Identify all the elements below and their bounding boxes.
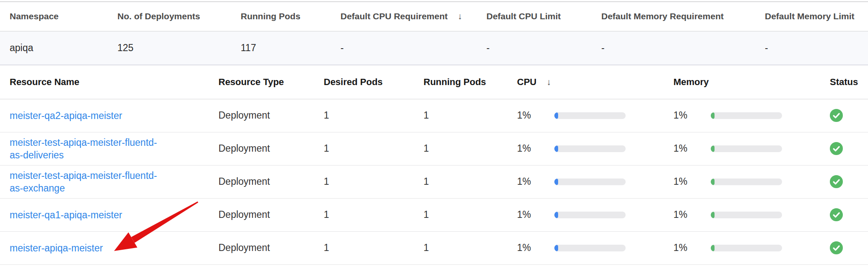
column-header-status[interactable]: Status (820, 65, 868, 99)
resource-type-cell: Deployment (209, 198, 314, 231)
resource-type-cell: Deployment (209, 132, 314, 165)
table-row: meister-test-apiqa-meister-fluentd-as-de… (0, 132, 868, 165)
column-header-default-cpu-limit[interactable]: Default CPU Limit (477, 2, 592, 31)
namespace-cpu-requirement-cell: - (331, 31, 477, 65)
desired-pods-cell: 1 (314, 165, 414, 198)
cpu-percent: 1% (517, 143, 554, 154)
column-header-default-memory-limit[interactable]: Default Memory Limit (755, 2, 868, 31)
desired-pods-cell: 1 (314, 99, 414, 132)
running-pods-cell: 1 (414, 231, 507, 264)
namespace-memory-limit-cell: - (755, 31, 868, 65)
sort-descending-icon[interactable]: ↓ (546, 77, 551, 87)
resource-link-target[interactable]: meister-apiqa-meister (10, 242, 103, 254)
cpu-percent: 1% (517, 209, 554, 220)
memory-percent: 1% (673, 176, 711, 187)
status-healthy-icon (830, 175, 843, 188)
status-healthy-icon (830, 241, 843, 254)
column-header-deployments-label: No. of Deployments (117, 11, 200, 21)
memory-percent: 1% (673, 143, 711, 154)
table-row: meister-apiqa-meister Deployment 1 1 1% … (0, 231, 868, 264)
resource-link[interactable]: meister-qa2-apiqa-meister (10, 109, 122, 122)
memory-usage-bar (711, 112, 782, 119)
resource-link[interactable]: meister-test-apiqa-meister-fluentd-as-ex… (10, 169, 164, 194)
column-header-resource-type[interactable]: Resource Type (209, 65, 314, 99)
namespace-memory-requirement-cell: - (592, 31, 755, 65)
namespace-summary-table: Namespace No. of Deployments Running Pod… (0, 1, 868, 65)
namespace-cpu-limit-cell: - (477, 31, 592, 65)
column-header-no-of-deployments[interactable]: No. of Deployments (108, 2, 231, 31)
running-pods-cell: 1 (414, 99, 507, 132)
cpu-usage-bar (554, 145, 626, 152)
column-header-desired-pods-label: Desired Pods (324, 77, 383, 87)
column-header-running-pods[interactable]: Running Pods (231, 2, 331, 31)
resource-type-cell: Deployment (209, 231, 314, 264)
desired-pods-cell: 1 (314, 132, 414, 165)
column-header-default-memory-requirement[interactable]: Default Memory Requirement (592, 2, 755, 31)
cpu-usage-bar (554, 245, 626, 251)
running-pods-cell: 1 (414, 198, 507, 231)
cpu-percent: 1% (517, 176, 554, 187)
namespace-running-pods-cell: 117 (231, 31, 331, 65)
table-row: meister-qa1-apiqa-meister Deployment 1 1… (0, 198, 868, 231)
column-header-running-pods-label: Running Pods (241, 11, 300, 21)
status-healthy-icon (830, 142, 843, 155)
column-header-resource-type-label: Resource Type (218, 77, 284, 87)
column-header-running-pods-2[interactable]: Running Pods (414, 65, 507, 99)
column-header-resource-name[interactable]: Resource Name (0, 65, 209, 99)
namespace-table-header-row: Namespace No. of Deployments Running Pod… (0, 2, 868, 31)
resources-table-header-row: Resource Name Resource Type Desired Pods… (0, 65, 868, 99)
column-header-memory-label: Memory (673, 77, 709, 87)
cpu-usage-bar (554, 112, 626, 119)
column-header-cpu[interactable]: CPU↓ (507, 65, 664, 99)
column-header-desired-pods[interactable]: Desired Pods (314, 65, 414, 99)
sort-descending-icon[interactable]: ↓ (458, 11, 463, 21)
namespace-deployments-cell: 125 (108, 31, 231, 65)
table-row: meister-test-apiqa-meister-fluentd-as-ex… (0, 165, 868, 198)
column-header-memory-limit-label: Default Memory Limit (765, 11, 855, 21)
namespace-name-cell: apiqa (0, 31, 108, 65)
column-header-cpu-limit-label: Default CPU Limit (486, 11, 561, 21)
column-header-cpu-requirement-label: Default CPU Requirement (340, 11, 448, 21)
cpu-percent: 1% (517, 242, 554, 253)
status-healthy-icon (830, 109, 843, 122)
memory-percent: 1% (673, 110, 711, 121)
memory-usage-bar (711, 212, 782, 218)
memory-usage-bar (711, 145, 782, 152)
running-pods-cell: 1 (414, 132, 507, 165)
column-header-cpu-label: CPU (517, 77, 536, 87)
cpu-usage-bar (554, 178, 626, 185)
running-pods-cell: 1 (414, 165, 507, 198)
column-header-resource-name-label: Resource Name (10, 77, 79, 87)
resource-type-cell: Deployment (209, 99, 314, 132)
table-row: meister-qa2-apiqa-meister Deployment 1 1… (0, 99, 868, 132)
desired-pods-cell: 1 (314, 198, 414, 231)
memory-usage-bar (711, 245, 782, 251)
namespace-row-apiqa[interactable]: apiqa 125 117 - - - - (0, 31, 868, 65)
column-header-namespace-label: Namespace (10, 11, 59, 21)
cpu-usage-bar (554, 212, 626, 218)
memory-percent: 1% (673, 209, 711, 220)
resource-type-cell: Deployment (209, 165, 314, 198)
column-header-namespace[interactable]: Namespace (0, 2, 108, 31)
desired-pods-cell: 1 (314, 231, 414, 264)
column-header-default-cpu-requirement[interactable]: Default CPU Requirement↓ (331, 2, 477, 31)
column-header-running-pods-2-label: Running Pods (424, 77, 486, 87)
column-header-memory-requirement-label: Default Memory Requirement (601, 11, 724, 21)
memory-percent: 1% (673, 242, 711, 253)
resources-table: Resource Name Resource Type Desired Pods… (0, 65, 868, 265)
cpu-percent: 1% (517, 110, 554, 121)
status-healthy-icon (830, 208, 843, 221)
resource-link[interactable]: meister-test-apiqa-meister-fluentd-as-de… (10, 136, 164, 161)
resource-link[interactable]: meister-qa1-apiqa-meister (10, 209, 122, 221)
column-header-memory[interactable]: Memory (664, 65, 820, 99)
memory-usage-bar (711, 178, 782, 185)
column-header-status-label: Status (830, 77, 858, 87)
